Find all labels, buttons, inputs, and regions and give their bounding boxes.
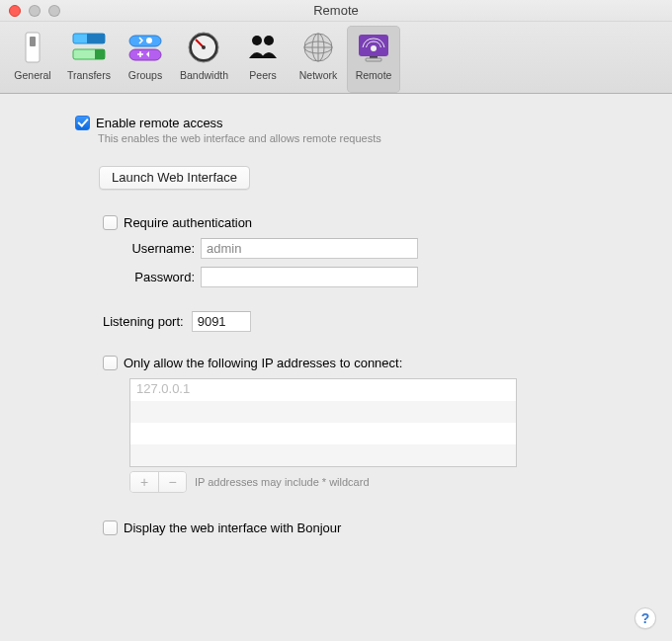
svg-rect-8 bbox=[129, 49, 161, 60]
svg-point-13 bbox=[264, 36, 274, 45]
username-label: Username: bbox=[103, 241, 201, 256]
svg-point-12 bbox=[252, 36, 262, 45]
require-auth-label: Require authentication bbox=[124, 215, 252, 230]
tab-peers[interactable]: Peers bbox=[236, 26, 290, 93]
svg-rect-1 bbox=[30, 37, 36, 46]
ip-whitelist-checkbox[interactable] bbox=[103, 356, 118, 370]
tab-transfers[interactable]: Transfers bbox=[61, 26, 117, 93]
tab-label: Peers bbox=[249, 69, 276, 81]
tab-network[interactable]: Network bbox=[292, 26, 345, 93]
svg-point-7 bbox=[146, 38, 152, 43]
svg-rect-22 bbox=[366, 58, 381, 61]
password-field[interactable] bbox=[201, 267, 418, 287]
listening-port-label: Listening port: bbox=[103, 314, 192, 329]
ip-whitelist-label: Only allow the following IP addresses to… bbox=[124, 356, 402, 370]
window-title: Remote bbox=[0, 3, 672, 18]
ip-list-row bbox=[130, 401, 516, 423]
peers-icon bbox=[243, 28, 283, 67]
tab-label: Remote bbox=[356, 69, 392, 81]
svg-point-20 bbox=[371, 45, 377, 51]
general-icon bbox=[13, 28, 52, 67]
svg-rect-6 bbox=[129, 36, 161, 46]
network-icon bbox=[298, 28, 338, 67]
add-ip-button[interactable]: + bbox=[130, 472, 158, 492]
enable-remote-description: This enables the web interface and allow… bbox=[98, 132, 642, 144]
ip-list-row bbox=[130, 423, 516, 444]
password-label: Password: bbox=[103, 270, 201, 284]
ip-wildcard-hint: IP addresses may include * wildcard bbox=[195, 476, 370, 488]
tab-general[interactable]: General bbox=[6, 26, 59, 93]
ip-list-row[interactable]: 127.0.0.1 bbox=[130, 379, 516, 401]
tab-remote[interactable]: Remote bbox=[347, 26, 400, 93]
tab-bandwidth[interactable]: Bandwidth bbox=[174, 26, 234, 93]
require-auth-checkbox[interactable] bbox=[103, 215, 118, 230]
title-bar: Remote bbox=[0, 0, 672, 22]
svg-point-11 bbox=[202, 45, 206, 49]
help-button[interactable]: ? bbox=[634, 607, 656, 629]
enable-remote-label: Enable remote access bbox=[96, 116, 223, 130]
bandwidth-icon bbox=[184, 28, 223, 67]
remote-icon bbox=[354, 28, 393, 67]
bonjour-checkbox[interactable] bbox=[103, 521, 118, 535]
username-field[interactable] bbox=[201, 238, 418, 259]
tab-label: General bbox=[14, 69, 50, 81]
groups-icon bbox=[126, 28, 165, 67]
transfers-icon bbox=[69, 28, 109, 67]
bonjour-label: Display the web interface with Bonjour bbox=[124, 521, 341, 535]
tab-label: Network bbox=[299, 69, 338, 81]
tab-groups[interactable]: Groups bbox=[119, 26, 172, 93]
svg-rect-3 bbox=[87, 34, 105, 43]
listening-port-field[interactable] bbox=[192, 311, 251, 332]
remote-panel: Enable remote access This enables the we… bbox=[0, 94, 672, 535]
tab-label: Bandwidth bbox=[180, 69, 228, 81]
ip-list[interactable]: 127.0.0.1 bbox=[129, 378, 517, 467]
ip-list-row bbox=[130, 444, 516, 466]
svg-rect-5 bbox=[95, 49, 105, 59]
remove-ip-button[interactable]: − bbox=[158, 472, 186, 492]
tab-label: Transfers bbox=[67, 69, 111, 81]
enable-remote-checkbox[interactable] bbox=[75, 116, 90, 130]
preferences-toolbar: General Transfers bbox=[0, 22, 672, 94]
tab-label: Groups bbox=[128, 69, 162, 81]
launch-web-interface-button[interactable]: Launch Web Interface bbox=[99, 166, 250, 190]
